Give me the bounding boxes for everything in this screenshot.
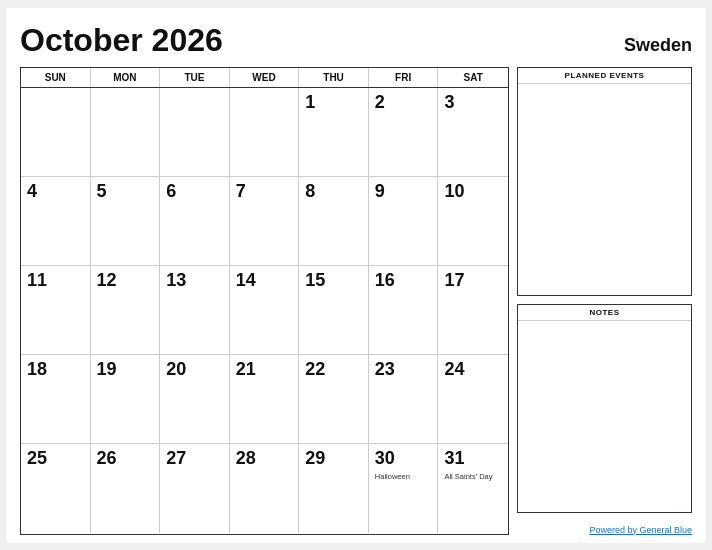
cal-cell[interactable]: 29	[299, 444, 369, 533]
day-number: 6	[166, 181, 223, 203]
cal-cell[interactable]: 8	[299, 177, 369, 266]
day-headers-row: SUNMONTUEWEDTHUFRISAT	[21, 68, 508, 88]
day-number: 26	[97, 448, 154, 470]
day-number: 28	[236, 448, 293, 470]
cal-cell[interactable]: 6	[160, 177, 230, 266]
cal-cell[interactable]: 16	[369, 266, 439, 355]
day-number: 10	[444, 181, 502, 203]
cal-cell[interactable]: 13	[160, 266, 230, 355]
day-header-fri: FRI	[369, 68, 439, 87]
cal-cell[interactable]	[91, 88, 161, 177]
day-number: 14	[236, 270, 293, 292]
cal-cell[interactable]: 23	[369, 355, 439, 444]
event-label: Halloween	[375, 472, 432, 481]
day-number: 30	[375, 448, 432, 470]
cal-cell[interactable]	[21, 88, 91, 177]
day-number: 7	[236, 181, 293, 203]
day-header-mon: MON	[91, 68, 161, 87]
day-number: 20	[166, 359, 223, 381]
day-header-tue: TUE	[160, 68, 230, 87]
sidebar: PLANNED EVENTS NOTES Powered by General …	[517, 67, 692, 535]
cal-cell[interactable]: 24	[438, 355, 508, 444]
day-number: 19	[97, 359, 154, 381]
day-header-wed: WED	[230, 68, 300, 87]
cal-cell[interactable]: 4	[21, 177, 91, 266]
day-number: 11	[27, 270, 84, 292]
cal-cell[interactable]: 10	[438, 177, 508, 266]
cal-cell[interactable]: 3	[438, 88, 508, 177]
day-number: 18	[27, 359, 84, 381]
month-title: October 2026	[20, 22, 223, 59]
footer: Powered by General Blue	[517, 521, 692, 535]
planned-events-box: PLANNED EVENTS	[517, 67, 692, 296]
main-area: SUNMONTUEWEDTHUFRISAT 123456789101112131…	[20, 67, 692, 535]
day-number: 12	[97, 270, 154, 292]
day-header-thu: THU	[299, 68, 369, 87]
day-number: 15	[305, 270, 362, 292]
cal-cell[interactable]: 1	[299, 88, 369, 177]
day-number: 29	[305, 448, 362, 470]
day-number: 25	[27, 448, 84, 470]
cal-cell[interactable]: 21	[230, 355, 300, 444]
cal-cell[interactable]: 5	[91, 177, 161, 266]
day-number: 24	[444, 359, 502, 381]
cal-cell[interactable]: 20	[160, 355, 230, 444]
day-number: 22	[305, 359, 362, 381]
powered-by-link[interactable]: Powered by General Blue	[589, 525, 692, 535]
calendar-page: October 2026 Sweden SUNMONTUEWEDTHUFRISA…	[6, 8, 706, 543]
cal-cell[interactable]: 19	[91, 355, 161, 444]
day-header-sun: SUN	[21, 68, 91, 87]
day-header-sat: SAT	[438, 68, 508, 87]
cal-cell[interactable]: 9	[369, 177, 439, 266]
day-number: 9	[375, 181, 432, 203]
notes-content	[518, 321, 691, 512]
cal-cell[interactable]: 31All Saints' Day	[438, 444, 508, 533]
notes-label: NOTES	[518, 305, 691, 321]
calendar-grid-section: SUNMONTUEWEDTHUFRISAT 123456789101112131…	[20, 67, 509, 535]
day-number: 8	[305, 181, 362, 203]
cal-cell[interactable]: 28	[230, 444, 300, 533]
country-title: Sweden	[624, 35, 692, 56]
day-number: 31	[444, 448, 502, 470]
cal-cell[interactable]: 17	[438, 266, 508, 355]
day-number: 13	[166, 270, 223, 292]
cal-cell[interactable]: 11	[21, 266, 91, 355]
cal-cell[interactable]: 25	[21, 444, 91, 533]
day-number: 27	[166, 448, 223, 470]
cal-cell[interactable]: 7	[230, 177, 300, 266]
day-number: 2	[375, 92, 432, 114]
cal-cell[interactable]: 30Halloween	[369, 444, 439, 533]
cal-cell[interactable]	[160, 88, 230, 177]
calendar-grid: 1234567891011121314151617181920212223242…	[21, 88, 508, 534]
cal-cell[interactable]: 26	[91, 444, 161, 533]
day-number: 5	[97, 181, 154, 203]
day-number: 1	[305, 92, 362, 114]
cal-cell[interactable]	[230, 88, 300, 177]
planned-events-content	[518, 84, 691, 295]
notes-box: NOTES	[517, 304, 692, 513]
cal-cell[interactable]: 15	[299, 266, 369, 355]
event-label: All Saints' Day	[444, 472, 502, 481]
day-number: 23	[375, 359, 432, 381]
day-number: 17	[444, 270, 502, 292]
day-number: 16	[375, 270, 432, 292]
planned-events-label: PLANNED EVENTS	[518, 68, 691, 84]
cal-cell[interactable]: 27	[160, 444, 230, 533]
cal-cell[interactable]: 18	[21, 355, 91, 444]
cal-cell[interactable]: 14	[230, 266, 300, 355]
cal-cell[interactable]: 22	[299, 355, 369, 444]
day-number: 4	[27, 181, 84, 203]
day-number: 3	[444, 92, 502, 114]
cal-cell[interactable]: 12	[91, 266, 161, 355]
day-number: 21	[236, 359, 293, 381]
calendar-header: October 2026 Sweden	[20, 22, 692, 59]
cal-cell[interactable]: 2	[369, 88, 439, 177]
